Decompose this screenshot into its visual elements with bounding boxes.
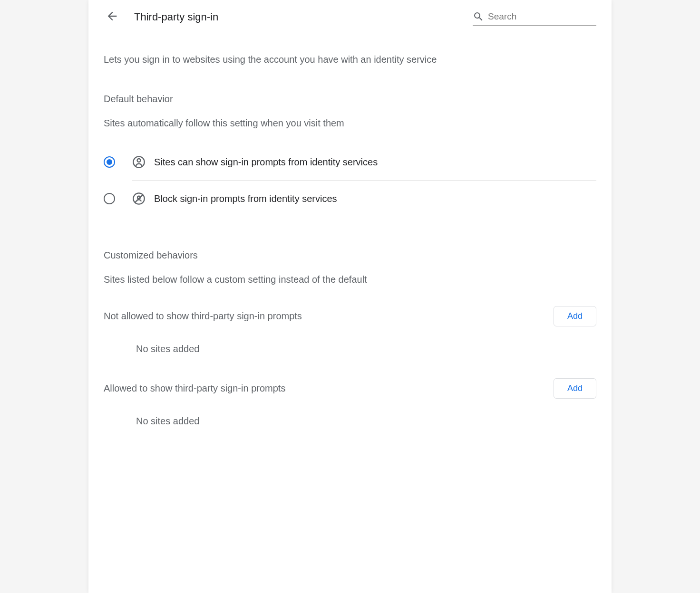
search-container[interactable] [473,9,596,26]
radio-button[interactable] [104,193,115,204]
behavior-row: Not allowed to show third-party sign-in … [104,306,596,326]
allowed-section: Allowed to show third-party sign-in prom… [104,378,596,427]
header: Third-party sign-in [104,9,596,26]
add-not-allowed-button[interactable]: Add [554,306,596,326]
radio-label: Block sign-in prompts from identity serv… [154,193,337,204]
radio-option-allow[interactable]: Sites can show sign-in prompts from iden… [132,144,596,181]
svg-point-1 [137,159,141,162]
content: Lets you sign in to websites using the a… [104,54,596,427]
radio-group: Sites can show sign-in prompts from iden… [104,144,596,217]
add-allowed-button[interactable]: Add [554,378,596,399]
customized-behaviors-subtitle: Sites listed below follow a custom setti… [104,274,596,285]
not-allowed-section: Not allowed to show third-party sign-in … [104,306,596,354]
page-description: Lets you sign in to websites using the a… [104,54,596,65]
radio-label: Sites can show sign-in prompts from iden… [154,157,378,168]
default-behavior-title: Default behavior [104,94,596,105]
radio-option-block[interactable]: Block sign-in prompts from identity serv… [104,181,596,217]
behavior-row: Allowed to show third-party sign-in prom… [104,378,596,399]
settings-panel: Third-party sign-in Lets you sign in to … [88,0,612,593]
default-behavior-subtitle: Sites automatically follow this setting … [104,118,596,129]
arrow-left-icon [106,10,119,25]
back-button[interactable] [104,9,121,26]
header-left: Third-party sign-in [104,9,218,26]
search-input[interactable] [488,11,601,22]
not-allowed-label: Not allowed to show third-party sign-in … [104,311,302,322]
allowed-label: Allowed to show third-party sign-in prom… [104,383,285,394]
default-behavior-section: Default behavior Sites automatically fol… [104,94,596,217]
not-allowed-empty: No sites added [104,344,596,354]
radio-button[interactable] [104,156,115,168]
page-title: Third-party sign-in [134,11,218,23]
customized-behaviors-section: Customized behaviors Sites listed below … [104,250,596,427]
block-icon [132,192,146,205]
allowed-empty: No sites added [104,416,596,427]
search-icon [473,11,484,22]
person-circle-icon [132,155,146,169]
customized-behaviors-title: Customized behaviors [104,250,596,261]
